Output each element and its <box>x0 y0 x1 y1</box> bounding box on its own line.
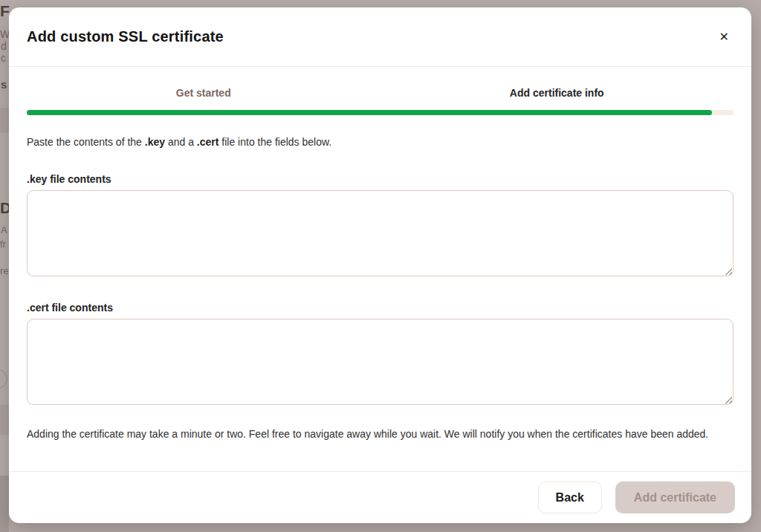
intro-key-token: .key <box>145 136 165 148</box>
cert-file-label: .cert file contents <box>27 302 734 314</box>
key-file-textarea[interactable] <box>27 190 734 276</box>
intro-part: and a <box>165 136 197 148</box>
background-text-fragment: A <box>1 224 7 236</box>
stepper: Get started Add certificate info <box>9 67 751 115</box>
background-text-fragment: re <box>0 265 9 276</box>
key-file-label: .key file contents <box>27 173 734 185</box>
note-text: Adding the certificate may take a minute… <box>27 426 734 442</box>
background-text-fragment: s <box>1 78 7 91</box>
add-ssl-certificate-dialog: Add custom SSL certificate ✕ Get started… <box>9 7 751 523</box>
add-certificate-button[interactable]: Add certificate <box>615 481 735 513</box>
close-icon[interactable]: ✕ <box>715 28 734 46</box>
step-add-certificate-info: Add certificate info <box>380 87 734 99</box>
background-avatar-fragment <box>0 369 7 389</box>
background-band <box>0 476 9 532</box>
background-band <box>0 108 9 133</box>
intro-cert-token: .cert <box>197 136 219 148</box>
dialog-header: Add custom SSL certificate ✕ <box>9 7 751 67</box>
cert-file-textarea[interactable] <box>27 319 734 405</box>
background-text-fragment: c <box>1 52 6 64</box>
back-button[interactable]: Back <box>538 481 602 513</box>
key-file-field <box>27 190 734 276</box>
step-labels: Get started Add certificate info <box>27 87 734 99</box>
background-band <box>0 405 9 435</box>
background-text-fragment: d <box>1 40 7 52</box>
dialog-body: Paste the contents of the .key and a .ce… <box>9 136 751 442</box>
intro-part: Paste the contents of the <box>27 136 145 148</box>
progress-bar <box>27 110 734 115</box>
background-text-fragment: F <box>0 2 10 20</box>
progress-fill <box>27 110 712 115</box>
background-text-fragment: fr <box>0 239 6 250</box>
dialog-title: Add custom SSL certificate <box>27 28 224 45</box>
dialog-footer: Back Add certificate <box>9 471 751 523</box>
cert-file-field <box>27 319 734 405</box>
intro-part: file into the fields below. <box>218 136 331 148</box>
intro-text: Paste the contents of the .key and a .ce… <box>27 136 734 148</box>
step-get-started: Get started <box>27 87 380 99</box>
